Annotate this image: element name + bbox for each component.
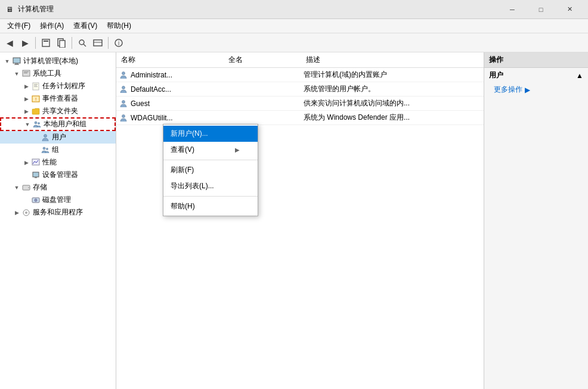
actions-more-label: 更多操作	[494, 85, 522, 95]
tree-groups[interactable]: ▶ 组	[0, 144, 116, 156]
context-menu: 新用户(N)... 查看(V) ▶ 刷新(F) 导出列表(L)... 帮助(H)	[163, 124, 258, 216]
ctx-sep-2	[163, 196, 258, 197]
menu-action[interactable]: 操作(A)	[35, 20, 69, 33]
expand-icon: ▼	[12, 183, 21, 192]
perf-icon	[31, 158, 41, 167]
title-bar: 🖥 计算机管理 ─ □ ✕	[0, 0, 588, 19]
tree-root-label: 计算机管理(本地)	[23, 56, 78, 66]
tree-services-label: 服务和应用程序	[33, 207, 83, 217]
row-desc-1: 管理计算机(域)的内置账户	[301, 70, 484, 80]
expand-icon: ▶	[21, 82, 31, 91]
svg-rect-0	[42, 39, 49, 46]
tree-local-users[interactable]: ▼ 本地用户和组	[0, 117, 116, 131]
tree-system-tools-label: 系统工具	[33, 69, 61, 79]
ctx-export[interactable]: 导出列表(L)...	[163, 178, 258, 194]
tree-storage[interactable]: ▼ 存储	[0, 181, 116, 194]
toolbar-back[interactable]: ◀	[2, 36, 17, 50]
svg-rect-14	[24, 71, 29, 72]
menu-help[interactable]: 帮助(H)	[102, 20, 136, 33]
table-row[interactable]: Guest 供来宾访问计算机或访问域的内...	[116, 97, 484, 111]
actions-more[interactable]: 更多操作 ▶	[484, 83, 588, 97]
svg-point-38	[122, 86, 125, 89]
svg-rect-17	[34, 84, 38, 85]
actions-panel: 操作 用户 ▲ 更多操作 ▶	[484, 52, 588, 389]
users-icon	[32, 120, 42, 129]
expand-icon: ▶	[12, 208, 21, 217]
col-header-desc: 描述	[301, 55, 484, 65]
expand-icon: ▶	[21, 158, 31, 167]
ctx-new-user[interactable]: 新用户(N)...	[163, 126, 258, 142]
actions-section-arrow: ▲	[576, 71, 583, 80]
row-desc-3: 供来宾访问计算机或访问域的内...	[301, 98, 484, 108]
tree-services[interactable]: ▶ 服务和应用程序	[0, 206, 116, 219]
svg-point-36	[25, 211, 27, 214]
row-desc-2: 系统管理的用户帐户。	[301, 84, 484, 94]
ctx-refresh-label: 刷新(F)	[171, 165, 194, 175]
maximize-button[interactable]: □	[527, 0, 555, 19]
toolbar-btn-5[interactable]: i	[112, 36, 126, 50]
ctx-refresh[interactable]: 刷新(F)	[163, 162, 258, 178]
ctx-help-label: 帮助(H)	[171, 201, 195, 211]
menu-view[interactable]: 查看(V)	[69, 20, 102, 33]
svg-point-23	[38, 122, 40, 124]
ctx-view-arrow: ▶	[235, 147, 240, 153]
svg-rect-10	[13, 58, 20, 63]
expand-icon: ▼	[23, 120, 32, 129]
expand-icon: ▼	[2, 57, 12, 66]
toolbar-sep-3	[108, 37, 109, 49]
toolbar-btn-4[interactable]	[91, 36, 105, 50]
main-layout: ▼ 计算机管理(本地) ▼ 系统工具 ▶ 任务计划程序 ▶ ! 事件	[0, 52, 588, 389]
device-icon	[31, 170, 41, 180]
svg-point-4	[79, 40, 84, 45]
svg-point-24	[44, 134, 47, 137]
content-panel: 名称 全名 描述 Administrat... 管理计算机(域)的内置账户	[116, 52, 484, 389]
tree-shared-folder[interactable]: ▶ 共享文件夹	[0, 105, 116, 117]
row-name-3: Guest	[116, 99, 224, 108]
toolbar-btn-3[interactable]	[75, 36, 89, 50]
tree-disk-mgmt[interactable]: ▶ 磁盘管理	[0, 194, 116, 206]
table-row[interactable]: Administrat... 管理计算机(域)的内置账户	[116, 68, 484, 82]
ctx-view-label: 查看(V)	[171, 145, 194, 155]
toolbar-forward[interactable]: ▶	[18, 36, 32, 50]
svg-point-39	[122, 100, 125, 103]
svg-point-34	[35, 200, 36, 201]
table-row[interactable]: WDAGUtilit... 系统为 Windows Defender 应用...	[116, 111, 484, 125]
tree-event-viewer[interactable]: ▶ ! 事件查看器	[0, 92, 116, 105]
actions-section-title: 用户 ▲	[484, 68, 588, 83]
user-row-icon	[119, 85, 128, 94]
svg-rect-11	[15, 63, 18, 64]
svg-point-25	[43, 147, 45, 150]
toolbar-sep-2	[72, 37, 72, 49]
table-header: 名称 全名 描述	[116, 52, 484, 68]
col-header-name: 名称	[116, 55, 224, 65]
storage-icon	[21, 183, 31, 192]
minimize-button[interactable]: ─	[499, 0, 526, 19]
tree-device-label: 设备管理器	[42, 170, 78, 180]
svg-point-40	[122, 114, 125, 117]
expand-icon: ▼	[12, 69, 21, 79]
col-header-fullname: 全名	[224, 55, 301, 65]
ctx-help[interactable]: 帮助(H)	[163, 198, 258, 214]
tree-users[interactable]: ▶ 用户	[0, 131, 116, 144]
tree-performance[interactable]: ▶ 性能	[0, 156, 116, 169]
tree-device-manager[interactable]: ▶ 设备管理器	[0, 169, 116, 181]
tree-task-scheduler[interactable]: ▶ 任务计划程序	[0, 80, 116, 92]
task-icon	[31, 82, 41, 91]
tree-root[interactable]: ▼ 计算机管理(本地)	[0, 55, 116, 67]
menu-file[interactable]: 文件(F)	[2, 20, 35, 33]
ctx-view[interactable]: 查看(V) ▶	[163, 142, 258, 158]
table-row[interactable]: DefaultAcc... 系统管理的用户帐户。	[116, 82, 484, 97]
menu-bar: 文件(F) 操作(A) 查看(V) 帮助(H)	[0, 19, 588, 33]
tree-system-tools[interactable]: ▼ 系统工具	[0, 67, 116, 80]
services-icon	[21, 208, 31, 217]
toolbar: ◀ ▶ i	[0, 33, 588, 52]
svg-point-26	[47, 148, 48, 150]
close-button[interactable]: ✕	[556, 0, 583, 19]
svg-rect-15	[24, 73, 27, 73]
row-desc-4: 系统为 Windows Defender 应用...	[301, 113, 484, 123]
folder-icon	[31, 107, 41, 116]
actions-title: 操作	[489, 55, 503, 64]
svg-point-22	[35, 122, 37, 124]
toolbar-btn-1[interactable]	[39, 36, 53, 50]
toolbar-btn-2[interactable]	[54, 36, 69, 50]
